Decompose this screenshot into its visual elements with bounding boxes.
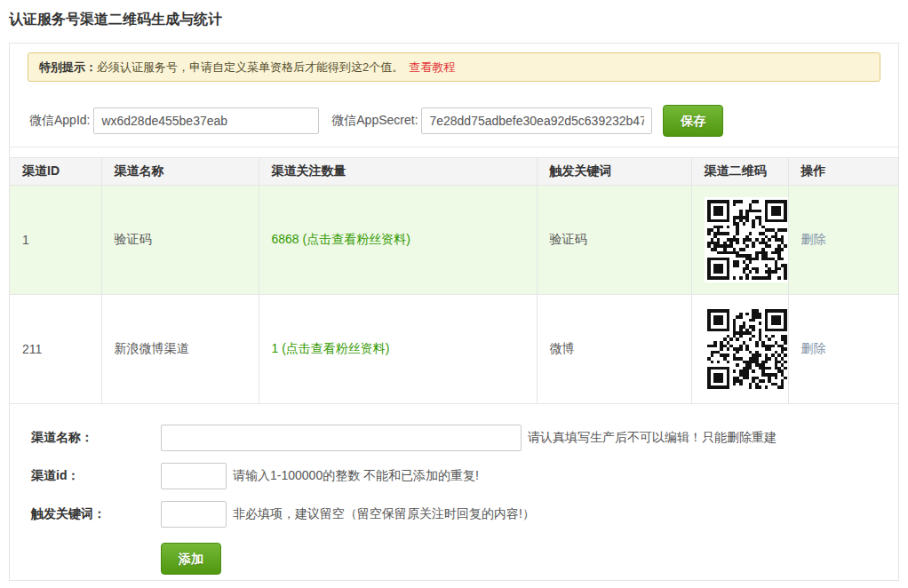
cell-channel-id: 211 (10, 295, 101, 404)
alert-bold-label: 特别提示： (39, 60, 97, 74)
cell-actions: 删除 (788, 295, 898, 404)
channel-qr-code (705, 197, 790, 282)
appsecret-input[interactable] (421, 107, 652, 134)
channel-id-input[interactable] (161, 463, 227, 489)
channel-id-label: 渠道id： (31, 468, 161, 484)
delete-link[interactable]: 删除 (801, 232, 826, 246)
page-title: 认证服务号渠道二维码生成与统计 (9, 11, 899, 29)
col-header-qr-code: 渠道二维码 (691, 158, 788, 186)
channel-qr-code (705, 306, 790, 392)
table-row: 211 新浪微博渠道 1 (点击查看粉丝资料) 微博 删除 (10, 295, 898, 404)
channel-name-input[interactable] (161, 425, 522, 451)
col-header-channel-name: 渠道名称 (101, 158, 259, 186)
save-button[interactable]: 保存 (663, 105, 723, 137)
cell-follow-count: 6868 (点击查看粉丝资料) (259, 186, 537, 295)
cell-qr-code (691, 295, 788, 404)
tutorial-link[interactable]: 查看教程 (409, 60, 455, 74)
channel-id-hint: 请输入1-100000的整数 不能和已添加的重复! (233, 468, 479, 484)
table-header-row: 渠道ID 渠道名称 渠道关注数量 触发关键词 渠道二维码 操作 (10, 158, 898, 186)
cell-actions: 删除 (788, 186, 898, 295)
col-header-channel-id: 渠道ID (10, 158, 101, 186)
add-button[interactable]: 添加 (161, 543, 221, 575)
follow-count-value: 1 (272, 341, 279, 355)
col-header-follow-count: 渠道关注数量 (259, 158, 537, 186)
trigger-keyword-label: 触发关键词： (31, 506, 161, 522)
trigger-keyword-row: 触发关键词： 非必填项，建议留空（留空保留原关注时回复的内容!） (31, 501, 898, 528)
cell-channel-id: 1 (10, 186, 101, 295)
delete-link[interactable]: 删除 (801, 341, 826, 355)
trigger-keyword-hint: 非必填项，建议留空（留空保留原关注时回复的内容!） (233, 506, 535, 522)
main-panel: 特别提示：必须认证服务号，申请自定义菜单资格后才能得到这2个值。查看教程 微信A… (9, 43, 899, 581)
appsecret-label: 微信AppSecret: (331, 113, 418, 127)
add-channel-form: 渠道名称： 请认真填写生产后不可以编辑！只能删除重建 渠道id： 请输入1-10… (10, 404, 898, 575)
appid-input[interactable] (93, 107, 319, 134)
channel-name-label: 渠道名称： (31, 430, 161, 446)
trigger-keyword-input[interactable] (161, 501, 227, 528)
col-header-actions: 操作 (788, 158, 898, 186)
cell-trigger-keyword: 微博 (537, 295, 691, 404)
cell-follow-count: 1 (点击查看粉丝资料) (259, 295, 537, 404)
col-header-trigger-keyword: 触发关键词 (537, 158, 691, 186)
appid-label: 微信AppId: (29, 113, 90, 127)
follow-count-value: 6868 (272, 232, 299, 246)
table-row: 1 验证码 6868 (点击查看粉丝资料) 验证码 删除 (10, 186, 898, 295)
alert-box: 特别提示：必须认证服务号，申请自定义菜单资格后才能得到这2个值。查看教程 (28, 52, 880, 82)
cell-trigger-keyword: 验证码 (537, 186, 691, 295)
cell-channel-name: 新浪微博渠道 (101, 295, 259, 404)
channel-name-hint: 请认真填写生产后不可以编辑！只能删除重建 (528, 430, 777, 446)
view-fans-link[interactable]: (点击查看粉丝资料) (282, 341, 389, 355)
channel-id-row: 渠道id： 请输入1-100000的整数 不能和已添加的重复! (31, 463, 898, 489)
view-fans-link[interactable]: (点击查看粉丝资料) (303, 232, 410, 246)
cell-channel-name: 验证码 (101, 186, 259, 295)
credentials-form: 微信AppId: 微信AppSecret: 保存 (10, 82, 898, 147)
submit-row: 添加 (161, 543, 898, 575)
channels-table: 渠道ID 渠道名称 渠道关注数量 触发关键词 渠道二维码 操作 1 验证码 68… (10, 157, 898, 404)
cell-qr-code (691, 186, 788, 295)
channel-name-row: 渠道名称： 请认真填写生产后不可以编辑！只能删除重建 (31, 425, 898, 451)
alert-text: 必须认证服务号，申请自定义菜单资格后才能得到这2个值。 (97, 60, 403, 74)
